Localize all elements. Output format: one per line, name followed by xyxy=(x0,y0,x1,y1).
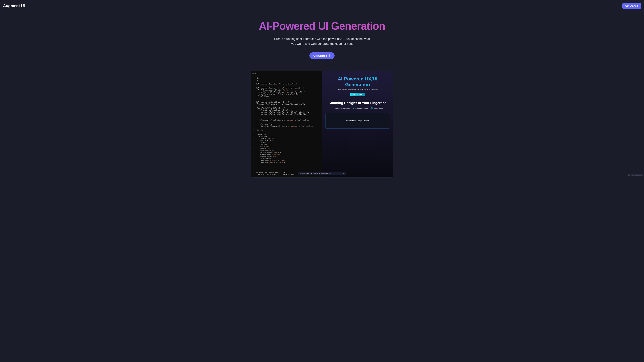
layout-icon xyxy=(371,107,373,109)
code-line: 76 backgroundColor="cyan.400" xyxy=(251,151,322,153)
code-line: 54 "var">React."fn">useEffect(() => { xyxy=(251,107,322,109)
prompt-text: Create me a landing page for an AI UI ge… xyxy=(300,173,332,174)
code-line: 38 }, xyxy=(251,75,322,77)
code-line: 47 <"var">Text fontSize="lg">{"var">text… xyxy=(251,93,322,95)
code-line: 77 mixBlendMode="difference" xyxy=(251,153,322,156)
code-line: 85 xyxy=(251,170,322,172)
code-line: 48 </"var">HStack> xyxy=(251,95,322,97)
code-line: 59 xyxy=(251,117,322,119)
code-line: 75 borderRadius="50%" xyxy=(251,149,322,151)
code-line: 57 "var">cursorRef.current.style.top = `… xyxy=(251,113,322,115)
lightning-icon xyxy=(328,54,330,57)
preview-get-started-button[interactable]: Get Started xyxy=(350,93,365,96)
feature-label: Eye-catching visuals xyxy=(356,107,368,109)
hero-get-started-button[interactable]: Get Started xyxy=(310,52,335,59)
code-line: 63 "kw">window."fn">removeEventListener(… xyxy=(251,125,322,127)
code-line: 74 height="24px" xyxy=(251,147,322,149)
feature-item: Eye-catching visuals xyxy=(353,107,368,109)
code-editor-panel: App.js 38 },39 },40});4142"kw">const "va… xyxy=(251,71,322,177)
code-line: 82 /> xyxy=(251,164,322,166)
code-line: 51"kw">const "var">AnimatedCursor = () =… xyxy=(251,101,322,103)
code-line: 58 }; xyxy=(251,115,322,117)
code-line: 43 xyxy=(251,85,322,87)
feature-label: Intuitive layouts xyxy=(374,107,383,109)
file-tab[interactable]: App.js xyxy=(251,72,322,74)
code-line: 78 pointerEvents="none" xyxy=(251,156,322,158)
code-line: 39 }, xyxy=(251,77,322,79)
code-line: 52 "kw">const "var">cursorRef = "var">Re… xyxy=(251,103,322,105)
get-started-button[interactable]: Get Started xyxy=(622,3,641,9)
code-line: 61 xyxy=(251,121,322,123)
code-line: 83 ); xyxy=(251,166,322,168)
cursor-dot-icon xyxy=(362,94,362,95)
feature-item: Lightning-fast generation xyxy=(332,107,350,109)
code-line: 40}); xyxy=(251,79,322,81)
code-line: 45 <"var">HStack spacing={3} align="cent… xyxy=(251,89,322,91)
hero-title: AI-Powered UI Generation xyxy=(3,20,641,32)
preview-subtitle: Create stunning designs with the power o… xyxy=(337,89,378,90)
code-content: 38 },39 },40});4142"kw">const "var">Moti… xyxy=(251,74,322,176)
code-line: 53 xyxy=(251,105,322,107)
code-line: 67 "kw">return ( xyxy=(251,133,322,135)
code-line: 79 zIndex={9999} xyxy=(251,158,322,160)
code-line: 68 <"var">Box xyxy=(251,135,322,137)
lightning-icon xyxy=(332,107,334,109)
code-line: 73 width="24px" xyxy=(251,145,322,147)
feature-item: Intuitive layouts xyxy=(371,107,383,109)
svg-rect-2 xyxy=(371,107,373,109)
code-line: 84}; xyxy=(251,168,322,170)
code-line: 66 xyxy=(251,131,322,133)
code-line: 41 xyxy=(251,81,322,83)
code-line: 49); xyxy=(251,97,322,99)
code-line: 50 xyxy=(251,99,322,101)
preview-card-text: AI-Generated Design Preview xyxy=(329,120,386,122)
preview-cta-label: Get Started xyxy=(353,94,361,95)
code-line: 62 "kw">return () => { xyxy=(251,123,322,125)
code-line: 69 ref={"var">cursorRef} xyxy=(251,137,322,139)
code-line: 46 <"var">Box as={"var">icon} size="24px… xyxy=(251,91,322,93)
logo: Augment UI xyxy=(3,3,25,8)
code-line: 72 left={0} xyxy=(251,143,322,145)
code-line: 60 "kw">window."fn">addEventListener('mo… xyxy=(251,119,322,121)
code-line: 70 position="fixed" xyxy=(251,139,322,141)
code-line: 55 "kw">const "var">moveCursor = ("var">… xyxy=(251,109,322,111)
svg-point-1 xyxy=(354,108,354,108)
code-line: 42"kw">const "var">MotionBox = "fn">moti… xyxy=(251,83,322,85)
code-line: 71 top={0} xyxy=(251,141,322,143)
send-icon[interactable] xyxy=(343,173,344,174)
code-line: 80 transition="transform 0.1s ease" xyxy=(251,160,322,162)
prompt-input[interactable]: Create me a landing page for an AI UI ge… xyxy=(298,172,346,175)
preview-card: AI-Generated Design Preview xyxy=(325,113,390,129)
feature-label: Lightning-fast generation xyxy=(335,107,350,109)
code-line: 64 }; xyxy=(251,127,322,129)
code-line: 65 }, []); xyxy=(251,129,322,131)
preview-section-title: Stunning Designs at Your Fingertips xyxy=(329,101,386,105)
code-line: 44"kw">const "var">Feature = ({ "var">ic… xyxy=(251,87,322,89)
preview-title: AI-Powered UX/UI Generation xyxy=(325,76,390,87)
eye-icon xyxy=(353,107,355,109)
product-screenshot: App.js 38 },39 },40});4142"kw">const "va… xyxy=(251,71,393,177)
hero-subtitle: Create stunning user interfaces with the… xyxy=(272,36,372,46)
code-line: 81 transform="translate(-50%, -50%)" xyxy=(251,162,322,164)
code-line: 56 "var">cursorRef.current.style.left = … xyxy=(251,111,322,113)
cta-label: Get Started xyxy=(314,54,327,57)
preview-panel: AI-Powered UX/UI Generation Create stunn… xyxy=(322,71,393,177)
